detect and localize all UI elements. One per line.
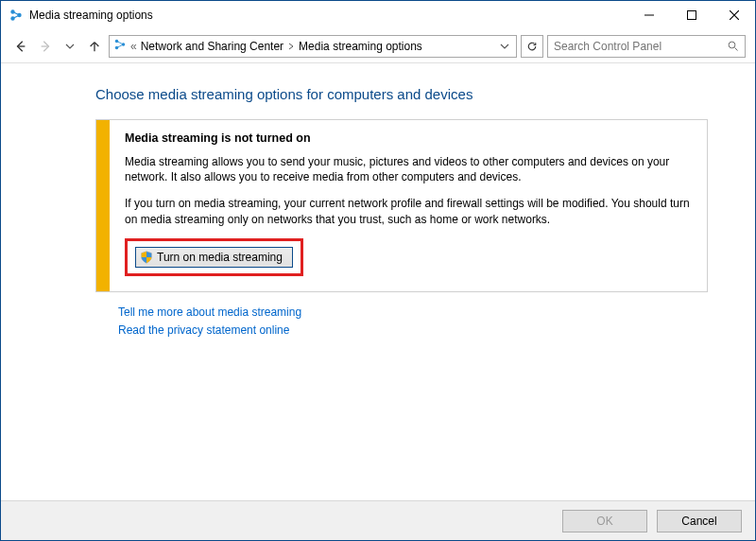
nav-row: « Network and Sharing Center Media strea…	[1, 29, 755, 63]
window-title: Media streaming options	[29, 9, 153, 22]
titlebar: Media streaming options	[1, 1, 755, 29]
close-button[interactable]	[713, 1, 755, 29]
footer: OK Cancel	[1, 500, 755, 540]
card-paragraph-1: Media streaming allows you to send your …	[125, 154, 692, 184]
breadcrumb-prefix: «	[130, 40, 137, 53]
breadcrumb-network-sharing[interactable]: Network and Sharing Center	[141, 40, 284, 53]
tell-me-more-link[interactable]: Tell me more about media streaming	[118, 304, 708, 322]
card-title: Media streaming is not turned on	[125, 131, 692, 145]
refresh-button[interactable]	[521, 35, 543, 58]
help-links: Tell me more about media streaming Read …	[95, 304, 708, 340]
warning-accent-bar	[96, 120, 110, 291]
turn-on-button-label: Turn on media streaming	[157, 251, 283, 264]
card-paragraph-2: If you turn on media streaming, your cur…	[125, 196, 692, 226]
search-box[interactable]	[547, 35, 746, 58]
page-heading: Choose media streaming options for compu…	[95, 86, 708, 102]
recent-locations-dropdown[interactable]	[60, 36, 80, 57]
uac-shield-icon	[140, 251, 153, 264]
svg-line-11	[735, 47, 738, 50]
search-icon[interactable]	[722, 41, 745, 52]
info-card: Media streaming is not turned on Media s…	[95, 119, 708, 292]
highlight-frame: Turn on media streaming	[125, 238, 303, 276]
back-button[interactable]	[10, 36, 31, 57]
ok-button[interactable]: OK	[562, 510, 647, 532]
search-input[interactable]	[548, 36, 722, 57]
content-area: Choose media streaming options for compu…	[1, 63, 755, 500]
turn-on-media-streaming-button[interactable]: Turn on media streaming	[135, 247, 293, 268]
breadcrumb-media-streaming[interactable]: Media streaming options	[299, 40, 422, 53]
address-bar[interactable]: « Network and Sharing Center Media strea…	[109, 35, 517, 58]
address-dropdown[interactable]	[497, 42, 512, 51]
cancel-button[interactable]: Cancel	[657, 510, 742, 532]
chevron-right-icon	[287, 40, 295, 53]
svg-point-10	[729, 42, 735, 48]
privacy-statement-link[interactable]: Read the privacy statement online	[118, 322, 708, 340]
svg-rect-4	[687, 11, 696, 20]
up-button[interactable]	[84, 36, 105, 57]
app-icon	[9, 8, 24, 23]
minimize-button[interactable]	[627, 1, 670, 29]
breadcrumb-icon	[113, 38, 127, 54]
maximize-button[interactable]	[670, 1, 713, 29]
window-root: Media streaming options	[0, 0, 756, 541]
forward-button[interactable]	[35, 36, 56, 57]
